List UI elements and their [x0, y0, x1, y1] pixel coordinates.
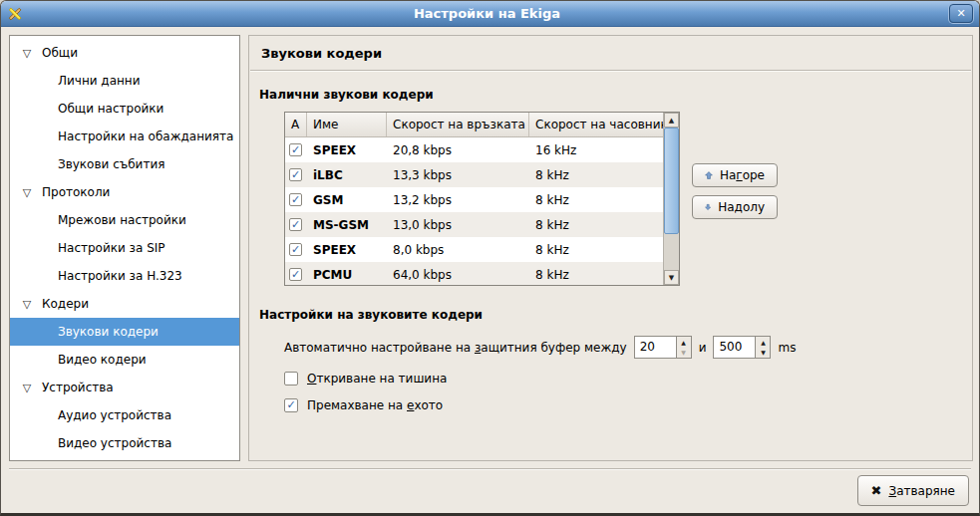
scrollbar-thumb[interactable]	[664, 128, 679, 234]
spinner-value[interactable]: 500	[714, 337, 755, 358]
codec-name: PCMU	[307, 268, 387, 282]
expander-icon[interactable]: ▽	[20, 298, 34, 311]
expander-icon[interactable]: ▽	[20, 382, 34, 394]
codec-clockrate: 8 kHz	[529, 168, 663, 182]
sidebar-item-network-settings[interactable]: Мрежови настройки	[10, 206, 239, 234]
codec-row-speex-8k[interactable]: ✓ SPEEX 8,0 kbps 8 kHz	[285, 237, 663, 262]
codec-bitrate: 8,0 kbps	[387, 243, 529, 257]
sidebar-item-label: Лични данни	[58, 74, 141, 88]
move-up-button[interactable]: Нагоре	[692, 163, 778, 187]
sidebar-item-sip-settings[interactable]: Настройки за SIP	[10, 234, 239, 262]
check-icon: ✓	[291, 244, 300, 255]
window-close-button[interactable]: ✕	[949, 4, 973, 23]
preferences-tree: ▽ Общи Лични данни Общи настройки Настро…	[9, 35, 240, 461]
jitter-buffer-row: Автоматично настройване на защитния буфе…	[284, 336, 972, 359]
titlebar[interactable]: Настройки на Ekiga ✕	[1, 1, 979, 27]
scroll-down-icon[interactable]: ▼	[664, 270, 679, 285]
codec-row-ilbc[interactable]: ✓ iLBC 13,3 kbps 8 kHz	[285, 162, 663, 187]
codec-enabled-checkbox[interactable]: ✓	[289, 168, 302, 181]
check-icon: ✓	[291, 219, 300, 230]
column-header-clockrate[interactable]: Скорост на часовника	[529, 113, 663, 136]
tools-icon	[7, 5, 25, 23]
codec-bitrate: 13,2 kbps	[387, 193, 529, 207]
codec-enabled-checkbox[interactable]: ✓	[289, 243, 302, 256]
sidebar-item-label: Звукови събития	[58, 157, 164, 171]
sidebar-section-general[interactable]: ▽ Общи	[10, 39, 239, 67]
silence-detection-checkbox[interactable]: ✓	[284, 372, 298, 386]
codec-table-header: A Име Скорост на връзката Скорост на час…	[285, 113, 663, 137]
sidebar-section-codecs[interactable]: ▽ Кодери	[10, 290, 239, 318]
codec-cell-active: ✓	[285, 218, 307, 231]
sidebar-section-devices[interactable]: ▽ Устройства	[10, 374, 239, 401]
codec-row-pcmu[interactable]: ✓ PCMU 64,0 kbps 8 kHz	[285, 262, 663, 286]
sidebar-item-label: Настройки за SIP	[58, 241, 165, 255]
move-up-label: Нагоре	[720, 168, 765, 182]
sidebar-item-audio-codecs[interactable]: Звукови кодери	[10, 318, 239, 346]
sidebar-item-sound-events[interactable]: Звукови събития	[10, 150, 239, 178]
echo-cancellation-row[interactable]: ✓ Премахване на ехото	[284, 398, 972, 412]
column-header-active[interactable]: A	[285, 113, 307, 136]
separator	[250, 70, 971, 72]
sidebar-item-general-settings[interactable]: Общи настройки	[10, 95, 239, 123]
codec-row-ms-gsm[interactable]: ✓ MS-GSM 13,0 kbps 8 kHz	[285, 212, 663, 237]
jitter-min-spinner[interactable]: 20 ▲ ▼	[634, 336, 692, 359]
scroll-up-icon[interactable]: ▲	[664, 113, 679, 128]
echo-cancellation-label: Премахване на ехото	[307, 398, 443, 412]
check-icon: ✓	[291, 194, 300, 205]
spinner-arrows: ▲ ▼	[755, 337, 770, 358]
check-icon: ✓	[291, 269, 300, 280]
sidebar-item-label: Звукови кодери	[58, 325, 159, 339]
sidebar-item-call-options[interactable]: Настройки на обажданията	[10, 123, 239, 150]
sidebar-item-audio-devices[interactable]: Аудио устройства	[10, 401, 239, 429]
codec-bitrate: 13,0 kbps	[387, 218, 529, 232]
codec-row-gsm[interactable]: ✓ GSM 13,2 kbps 8 kHz	[285, 187, 663, 212]
codec-clockrate: 8 kHz	[529, 268, 663, 282]
codec-name: SPEEX	[307, 143, 387, 157]
codec-bitrate: 64,0 kbps	[387, 268, 529, 282]
spinner-up-icon[interactable]: ▲	[756, 337, 770, 348]
audio-codecs-panel: Звукови кодери Налични звукови кодери A …	[248, 35, 973, 461]
expander-icon[interactable]: ▽	[20, 47, 34, 60]
close-button[interactable]: ✖ Затваряне	[857, 475, 969, 506]
codec-row-speex-16k[interactable]: ✓ SPEEX 20,8 kbps 16 kHz	[285, 137, 663, 162]
codec-settings-heading: Настройки на звуковите кодери	[259, 308, 972, 322]
echo-cancellation-checkbox[interactable]: ✓	[284, 398, 298, 412]
page-title: Звукови кодери	[261, 46, 960, 61]
codec-enabled-checkbox[interactable]: ✓	[289, 218, 302, 231]
spinner-down-icon[interactable]: ▼	[677, 348, 691, 359]
check-icon: ✓	[291, 144, 300, 155]
check-icon: ✓	[291, 169, 300, 180]
spinner-down-icon[interactable]: ▼	[756, 348, 770, 359]
codec-enabled-checkbox[interactable]: ✓	[289, 143, 302, 156]
spinner-value[interactable]: 20	[635, 337, 676, 358]
codec-cell-active: ✓	[285, 243, 307, 256]
codec-clockrate: 8 kHz	[529, 243, 663, 257]
codec-clockrate: 8 kHz	[529, 218, 663, 232]
sidebar-item-personal-data[interactable]: Лични данни	[10, 67, 239, 95]
codec-enabled-checkbox[interactable]: ✓	[289, 268, 302, 281]
codec-bitrate: 13,3 kbps	[387, 168, 529, 182]
window-title: Настройки на Ekiga	[25, 6, 949, 21]
sidebar-item-h323-settings[interactable]: Настройки за H.323	[10, 262, 239, 290]
codec-table-columns: A Име Скорост на връзката Скорост на час…	[285, 113, 663, 285]
sidebar-item-label: Настройки за H.323	[58, 269, 182, 283]
sidebar-section-label: Кодери	[42, 297, 89, 311]
column-header-bitrate[interactable]: Скорост на връзката	[387, 113, 529, 136]
sidebar-section-protocols[interactable]: ▽ Протоколи	[10, 178, 239, 206]
expander-icon[interactable]: ▽	[20, 186, 34, 199]
codec-clockrate: 16 kHz	[529, 143, 663, 157]
sidebar-item-video-codecs[interactable]: Видео кодери	[10, 346, 239, 374]
codec-enabled-checkbox[interactable]: ✓	[289, 193, 302, 206]
spinner-up-icon[interactable]: ▲	[677, 337, 691, 348]
jitter-max-spinner[interactable]: 500 ▲ ▼	[713, 336, 771, 359]
codec-table-area: A Име Скорост на връзката Скорост на час…	[284, 112, 972, 286]
sidebar-item-label: Мрежови настройки	[58, 213, 186, 227]
column-header-name[interactable]: Име	[307, 113, 387, 136]
arrow-up-icon	[705, 168, 713, 182]
spinner-arrows: ▲ ▼	[676, 337, 691, 358]
vertical-scrollbar[interactable]: ▲ ▼	[663, 113, 679, 285]
sidebar-item-video-devices[interactable]: Видео устройства	[10, 429, 239, 457]
sidebar-item-label: Видео кодери	[58, 353, 147, 367]
move-down-button[interactable]: Надолу	[692, 195, 778, 219]
silence-detection-row[interactable]: ✓ Откриване на тишина	[284, 372, 972, 386]
